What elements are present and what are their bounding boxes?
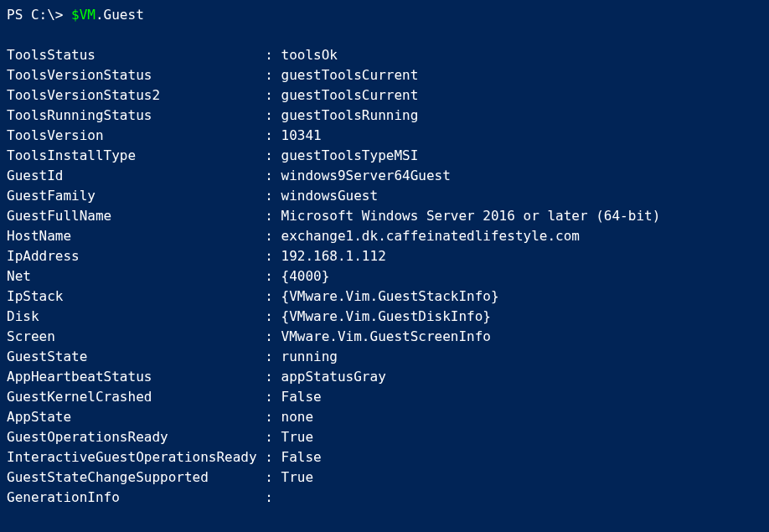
property-value: 10341: [281, 127, 322, 143]
property-name: ToolsVersion: [7, 127, 257, 143]
output-row: GuestState : running: [7, 347, 762, 367]
output-row: IpAddress : 192.168.1.112: [7, 246, 762, 266]
colon-separator: :: [257, 67, 281, 83]
property-name: GuestId: [7, 168, 257, 183]
property-name: GuestOperationsReady: [7, 429, 257, 445]
property-value: none: [281, 409, 314, 425]
property-value: True: [281, 469, 314, 485]
property-name: Disk: [7, 308, 257, 324]
output-row: ToolsVersionStatus2 : guestToolsCurrent: [7, 85, 762, 106]
property-value: guestToolsTypeMSI: [281, 147, 419, 163]
property-value: {4000}: [281, 268, 330, 284]
command-prompt-line[interactable]: PS C:\> $VM.Guest: [7, 5, 762, 25]
property-name: InteractiveGuestOperationsReady: [7, 449, 257, 465]
colon-separator: :: [257, 409, 281, 425]
output-row: ToolsStatus : toolsOk: [7, 45, 762, 65]
output-row: AppState : none: [7, 407, 762, 427]
property-name: ToolsVersionStatus: [7, 67, 257, 83]
output-row: GuestKernelCrashed : False: [7, 387, 762, 407]
property-value: False: [281, 449, 322, 465]
output-row: IpStack : {VMware.Vim.GuestStackInfo}: [7, 287, 762, 307]
property-name: IpStack: [7, 288, 257, 304]
output-row: GuestId : windows9Server64Guest: [7, 166, 762, 186]
property-value: exchange1.dk.caffeinatedlifestyle.com: [281, 228, 580, 244]
property-name: GuestState: [7, 349, 257, 364]
output-row: GuestStateChangeSupported : True: [7, 467, 762, 488]
colon-separator: :: [257, 208, 281, 224]
colon-separator: :: [257, 308, 281, 324]
property-value: guestToolsCurrent: [281, 67, 419, 83]
property-name: ToolsVersionStatus2: [7, 87, 257, 103]
property-name: GuestStateChangeSupported: [7, 469, 257, 485]
output-row: ToolsVersionStatus : guestToolsCurrent: [7, 65, 762, 85]
output-row: GuestFullName : Microsoft Windows Server…: [7, 206, 762, 226]
property-value: guestToolsRunning: [281, 107, 419, 123]
property-value: Microsoft Windows Server 2016 or later (…: [281, 208, 661, 224]
property-name: Screen: [7, 328, 257, 344]
colon-separator: :: [257, 228, 281, 244]
colon-separator: :: [257, 489, 281, 505]
property-name: AppHeartbeatStatus: [7, 369, 257, 385]
property-value: windowsGuest: [281, 188, 379, 204]
colon-separator: :: [257, 469, 281, 485]
colon-separator: :: [257, 127, 281, 143]
colon-separator: :: [257, 389, 281, 405]
colon-separator: :: [257, 268, 281, 284]
colon-separator: :: [257, 168, 281, 183]
output-row: ToolsInstallType : guestToolsTypeMSI: [7, 146, 762, 166]
property-value: True: [281, 429, 314, 445]
prompt-property: .Guest: [95, 7, 144, 23]
output-row: GenerationInfo :: [7, 488, 762, 508]
property-value: running: [281, 349, 338, 364]
property-name: AppState: [7, 409, 257, 425]
prompt-variable: $VM: [71, 7, 95, 23]
property-value: {VMware.Vim.GuestStackInfo}: [281, 288, 499, 304]
property-name: Net: [7, 268, 257, 284]
output-row: Disk : {VMware.Vim.GuestDiskInfo}: [7, 307, 762, 327]
property-name: GuestFullName: [7, 208, 257, 224]
colon-separator: :: [257, 248, 281, 264]
output-row: InteractiveGuestOperationsReady : False: [7, 447, 762, 467]
property-value: 192.168.1.112: [281, 248, 386, 264]
colon-separator: :: [257, 349, 281, 364]
output-row: HostName : exchange1.dk.caffeinatedlifes…: [7, 226, 762, 246]
property-name: ToolsStatus: [7, 47, 257, 63]
colon-separator: :: [257, 107, 281, 123]
output-row: GuestFamily : windowsGuest: [7, 186, 762, 206]
property-value: windows9Server64Guest: [281, 168, 451, 183]
property-value: appStatusGray: [281, 369, 386, 385]
output-row: GuestOperationsReady : True: [7, 427, 762, 447]
property-name: HostName: [7, 228, 257, 244]
colon-separator: :: [257, 188, 281, 204]
property-value: False: [281, 389, 322, 405]
colon-separator: :: [257, 328, 281, 344]
property-name: IpAddress: [7, 248, 257, 264]
colon-separator: :: [257, 47, 281, 63]
property-name: GenerationInfo: [7, 489, 257, 505]
property-value: toolsOk: [281, 47, 338, 63]
prompt-prefix: PS C:\>: [7, 7, 71, 23]
property-value: VMware.Vim.GuestScreenInfo: [281, 328, 491, 344]
property-name: ToolsInstallType: [7, 147, 257, 163]
colon-separator: :: [257, 449, 281, 465]
output-row: AppHeartbeatStatus : appStatusGray: [7, 367, 762, 387]
property-name: ToolsRunningStatus: [7, 107, 257, 123]
colon-separator: :: [257, 288, 281, 304]
property-name: GuestFamily: [7, 188, 257, 204]
command-output: ToolsStatus : toolsOkToolsVersionStatus …: [7, 45, 762, 508]
property-name: GuestKernelCrashed: [7, 389, 257, 405]
colon-separator: :: [257, 147, 281, 163]
output-row: Net : {4000}: [7, 266, 762, 287]
property-value: {VMware.Vim.GuestDiskInfo}: [281, 308, 491, 324]
property-value: guestToolsCurrent: [281, 87, 419, 103]
output-row: ToolsRunningStatus : guestToolsRunning: [7, 106, 762, 126]
output-row: Screen : VMware.Vim.GuestScreenInfo: [7, 327, 762, 347]
colon-separator: :: [257, 429, 281, 445]
output-row: ToolsVersion : 10341: [7, 126, 762, 146]
colon-separator: :: [257, 87, 281, 103]
colon-separator: :: [257, 369, 281, 385]
